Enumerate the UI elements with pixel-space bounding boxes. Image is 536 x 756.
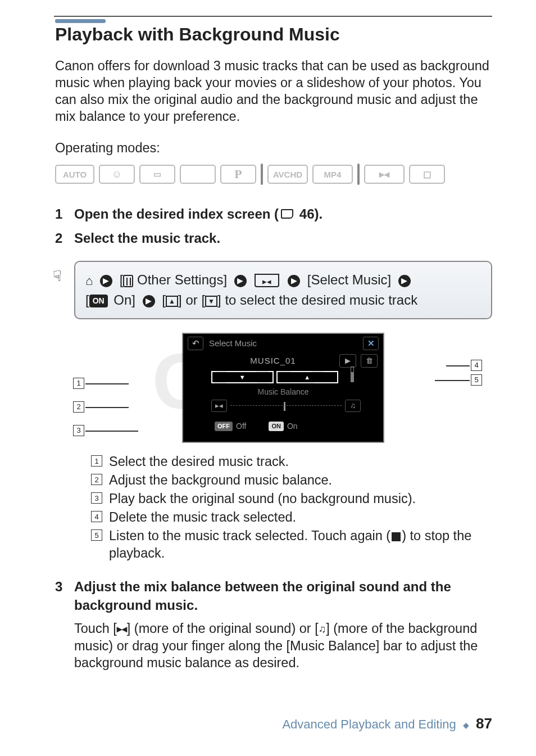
- callout-item: 1 Select the desired music track.: [91, 453, 492, 470]
- accent-bar: [55, 19, 106, 23]
- mode-avchd: AVCHD: [267, 165, 308, 184]
- camera-play-icon: ▸◂: [117, 623, 127, 636]
- home-icon: ⌂: [85, 271, 93, 290]
- callout-line: [85, 431, 138, 432]
- callout-item: 4 Delete the music track selected.: [91, 509, 492, 526]
- page-footer: Advanced Playback and Editing ◆ 87: [282, 715, 492, 732]
- s3-b: ] (more of the original sound) or [: [127, 621, 319, 636]
- step-3: 3 Adjust the mix balance between the ori…: [55, 578, 492, 671]
- mode-mp4: MP4: [312, 165, 353, 184]
- down-triangle-icon: ▼: [205, 296, 217, 307]
- ss-top-bar: ↶ Select Music ✕: [183, 334, 383, 353]
- step-3-title: Adjust the mix balance between the origi…: [74, 579, 451, 612]
- callout-line: [446, 365, 470, 366]
- up-triangle-icon: ▲: [166, 296, 178, 307]
- ss-bottom-row: OFF Off ON On: [183, 414, 383, 432]
- callout-num: 4: [91, 511, 102, 522]
- footer-page-number: 87: [476, 715, 492, 732]
- music-audio-button[interactable]: ♫: [345, 400, 361, 412]
- step-1: 1 Open the desired index screen ( 46).: [55, 205, 492, 223]
- breadcrumb-arrow-icon: ▶: [288, 275, 300, 287]
- ss-track-name: MUSIC_01: [211, 355, 335, 366]
- callout-1-label: 1: [73, 378, 84, 389]
- mode-video-play-icon: ▸◂: [364, 165, 405, 184]
- callout-4-label: 4: [471, 360, 482, 371]
- off-label: Off: [236, 421, 246, 432]
- mode-photo-play-icon: ◻: [409, 165, 445, 184]
- callout-1-text: Select the desired music track.: [109, 453, 492, 470]
- screenshot-wrap: 1 2 3 4 5 ↶ Select Music ✕ MUSIC_01 ▶ 🗑 …: [74, 333, 492, 443]
- callout-item: 3 Play back the original sound (no backg…: [91, 490, 492, 508]
- step-num: 1: [55, 205, 74, 223]
- on-button[interactable]: ON On: [269, 421, 297, 432]
- back-button[interactable]: ↶: [188, 337, 203, 350]
- delete-track-button[interactable]: 🗑: [361, 354, 378, 368]
- callout-5-label: 5: [471, 374, 482, 386]
- original-audio-button[interactable]: ▸◂: [211, 400, 227, 412]
- step-1-title-a: Open the desired index screen (: [74, 206, 279, 221]
- callout-5a: Listen to the music track selected. Touc…: [109, 528, 390, 543]
- track-down-button[interactable]: ▼: [211, 371, 274, 383]
- nav-other-settings: Other Settings]: [133, 272, 230, 287]
- nav-tail: to select the desired music track: [221, 292, 417, 307]
- page-ref-icon: [281, 209, 293, 219]
- footer-section: Advanced Playback and Editing: [282, 717, 456, 731]
- mode-blank: [180, 165, 216, 184]
- callout-num: 3: [91, 492, 102, 504]
- page-title: Playback with Background Music: [55, 24, 492, 45]
- callout-line: [435, 380, 470, 381]
- balance-slider[interactable]: [230, 405, 342, 407]
- callout-num: 5: [91, 529, 102, 541]
- mode-bar: AUTO ☺ ▭ P AVCHD MP4 ▸◂ ◻: [55, 164, 492, 185]
- ss-balance-row: ▸◂ ♫: [183, 397, 383, 414]
- step-num: 3: [55, 578, 74, 671]
- callout-list: 1 Select the desired music track. 2 Adju…: [91, 453, 492, 562]
- preview-play-button[interactable]: ▶: [339, 354, 356, 368]
- volume-bar: [351, 366, 354, 382]
- track-up-button[interactable]: ▲: [276, 371, 339, 383]
- step-num: 2: [55, 229, 74, 247]
- mode-auto: AUTO: [55, 165, 94, 184]
- intro-paragraph: Canon offers for download 3 music tracks…: [55, 57, 492, 125]
- settings-slider-icon: [123, 275, 133, 287]
- breadcrumb-arrow-icon: ▶: [143, 295, 155, 307]
- footer-diamond-icon: ◆: [463, 721, 469, 730]
- playback-tab-icon: ▸◂: [255, 275, 279, 287]
- callout-5-text: Listen to the music track selected. Touc…: [109, 527, 492, 562]
- callout-item: 2 Adjust the background music balance.: [91, 472, 492, 489]
- callout-line: [85, 407, 129, 408]
- step-1-title-b: 46).: [296, 206, 322, 221]
- ss-balance-label: Music Balance: [183, 387, 383, 397]
- s3-a: Touch [: [74, 621, 117, 636]
- on-badge: ON: [269, 422, 284, 431]
- close-button[interactable]: ✕: [363, 337, 379, 350]
- breadcrumb-arrow-icon: ▶: [100, 275, 112, 287]
- mode-separator: [261, 164, 263, 185]
- touch-icon: ☟: [53, 265, 62, 287]
- mode-p: P: [220, 165, 256, 184]
- callout-4-text: Delete the music track selected.: [109, 509, 492, 526]
- nav-select-music: [Select Music]: [307, 272, 395, 287]
- music-note-icon: ♫: [319, 623, 326, 636]
- off-badge: OFF: [215, 422, 233, 431]
- step-3-body: Touch [▸◂] (more of the original sound) …: [74, 620, 492, 672]
- navigation-box: ☟ ⌂ ▶ [ Other Settings] ▶ ▸◂ ▶ [Select M…: [74, 261, 492, 319]
- off-button[interactable]: OFF Off: [215, 421, 246, 432]
- callout-3-label: 3: [73, 425, 84, 436]
- step-2: 2 Select the music track.: [55, 229, 492, 247]
- callout-num: 2: [91, 474, 102, 485]
- on-label: On: [287, 421, 298, 432]
- device-screenshot: ↶ Select Music ✕ MUSIC_01 ▶ 🗑 ▼ ▲ Music …: [182, 333, 384, 443]
- ss-title: Select Music: [209, 338, 357, 349]
- mode-cinema-icon: ▭: [139, 165, 175, 184]
- breadcrumb-arrow-icon: ▶: [234, 275, 247, 287]
- stop-icon: [392, 532, 401, 541]
- mode-separator: [357, 164, 360, 185]
- nav-on: On]: [110, 292, 139, 307]
- breadcrumb-arrow-icon: ▶: [398, 275, 411, 287]
- callout-item: 5 Listen to the music track selected. To…: [91, 527, 492, 562]
- callout-2-text: Adjust the background music balance.: [109, 472, 492, 489]
- callout-line: [85, 383, 129, 384]
- step-list: 1 Open the desired index screen ( 46). 2…: [55, 205, 492, 671]
- callout-3-text: Play back the original sound (no backgro…: [109, 490, 492, 508]
